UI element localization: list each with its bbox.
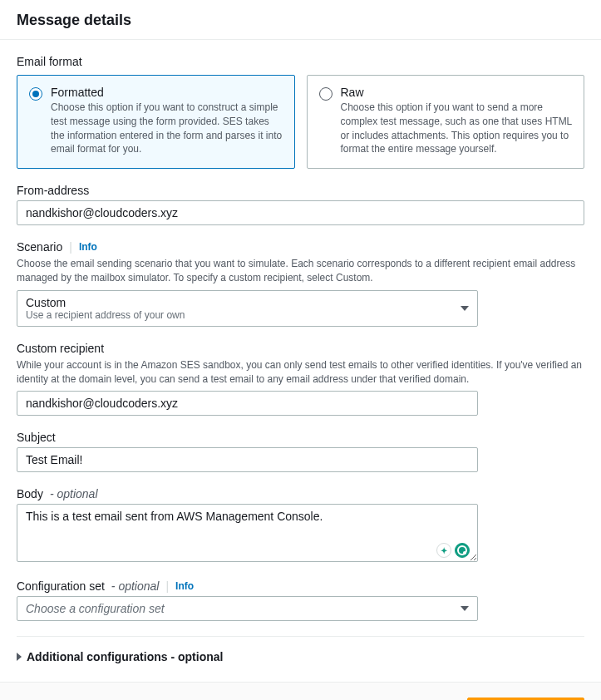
subject-input[interactable]: [17, 447, 478, 472]
custom-recipient-label: Custom recipient: [17, 342, 584, 355]
config-set-info-link[interactable]: Info: [175, 580, 194, 592]
subject-label: Subject: [17, 431, 584, 444]
radio-icon: [319, 87, 333, 101]
grammarly-badges: ✦: [436, 543, 470, 558]
radio-description: Choose this option if you want to constr…: [51, 101, 283, 156]
email-format-label: Email format: [17, 55, 584, 68]
email-format-option-raw[interactable]: Raw Choose this option if you want to se…: [307, 75, 585, 169]
footer-actions: Cancel Send test email: [0, 682, 601, 700]
body-optional: - optional: [50, 487, 98, 500]
chevron-right-icon: [17, 653, 22, 661]
body-textarea[interactable]: [17, 504, 478, 562]
from-address-label: From-address: [17, 184, 584, 197]
subject-field: Subject: [17, 431, 584, 472]
config-set-label: Configuration set: [17, 579, 105, 593]
body-label: Body: [17, 487, 43, 500]
expander-title: Additional configurations - optional: [27, 650, 223, 663]
scenario-select[interactable]: Custom Use a recipient address of your o…: [17, 290, 478, 327]
grammarly-icon[interactable]: [455, 543, 470, 558]
config-set-select[interactable]: Choose a configuration set: [17, 596, 478, 621]
from-address-input[interactable]: [17, 200, 584, 225]
scenario-info-link[interactable]: Info: [79, 241, 97, 253]
email-format-group: Formatted Choose this option if you want…: [17, 75, 584, 169]
radio-description: Choose this option if you want to send a…: [341, 101, 573, 156]
separator: |: [165, 579, 169, 593]
scenario-label: Scenario: [17, 240, 62, 254]
chevron-down-icon: [461, 606, 469, 611]
radio-title: Formatted: [51, 86, 283, 99]
scenario-selected-sub: Use a recipient address of your own: [26, 309, 185, 321]
panel-header: Message details: [0, 0, 601, 40]
from-address-field: From-address: [17, 184, 584, 225]
email-format-option-formatted[interactable]: Formatted Choose this option if you want…: [17, 75, 295, 169]
chevron-down-icon: [461, 306, 469, 311]
config-set-field: Configuration set - optional | Info Choo…: [17, 579, 584, 621]
page-title: Message details: [17, 12, 584, 29]
scenario-selected-title: Custom: [26, 296, 185, 309]
form-content: Email format Formatted Choose this optio…: [0, 40, 601, 682]
scenario-help: Choose the email sending scenario that y…: [17, 257, 584, 285]
custom-recipient-help: While your account is in the Amazon SES …: [17, 358, 584, 387]
separator: |: [69, 240, 72, 254]
additional-config-expander[interactable]: Additional configurations - optional: [17, 636, 584, 675]
radio-icon: [29, 87, 42, 101]
radio-title: Raw: [341, 86, 573, 99]
custom-recipient-input[interactable]: [17, 391, 478, 416]
body-field: Body - optional ✦: [17, 487, 584, 564]
custom-recipient-field: Custom recipient While your account is i…: [17, 342, 584, 417]
scenario-field: Scenario | Info Choose the email sending…: [17, 240, 584, 327]
config-set-placeholder: Choose a configuration set: [26, 602, 165, 615]
config-set-optional: - optional: [111, 579, 160, 593]
grammarly-tone-icon[interactable]: ✦: [436, 543, 451, 558]
